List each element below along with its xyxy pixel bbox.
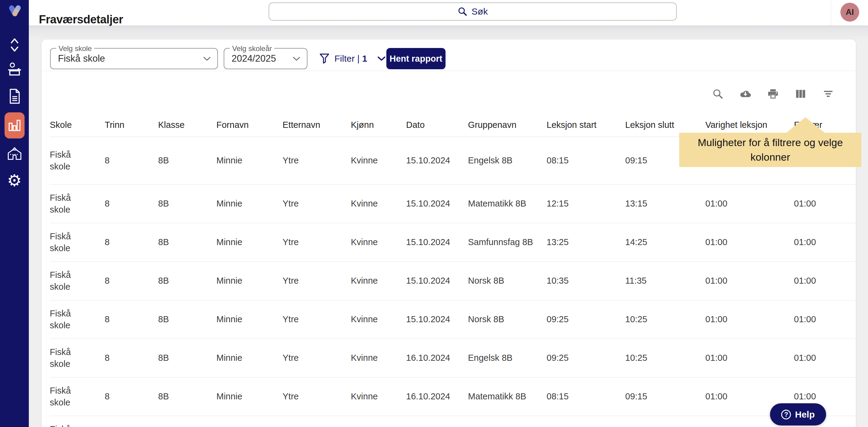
table-row: Fiskå skole88BMinnieYtreKvinne16.10.2024…: [50, 377, 856, 416]
search-input[interactable]: Søk: [269, 2, 677, 21]
sidebar: ⚙: [0, 0, 29, 427]
schoolyear-select-label: Velg skoleår: [230, 44, 274, 53]
search-icon: [458, 7, 467, 17]
filter-count: 1: [362, 53, 367, 63]
table-cell: [547, 416, 625, 427]
table-cell: Minnie: [216, 301, 283, 339]
table-cell: 8: [105, 137, 158, 184]
table-cell: Engelsk 8B: [468, 137, 547, 184]
table-cell: Fiskå skole: [50, 262, 105, 301]
sidebar-item-reports-active[interactable]: [5, 112, 25, 139]
topbar-divider: [831, 0, 831, 26]
table-cell: Fiskå skole: [50, 301, 105, 339]
table-cell: 09:15: [625, 377, 705, 416]
sidebar-item-settings[interactable]: ⚙: [0, 171, 29, 190]
column-header-kjønn[interactable]: Kjønn: [351, 113, 406, 137]
table-cell: [105, 416, 158, 427]
tooltip-arrow: [786, 117, 825, 133]
table-row: Fiskå skole88BMinnieYtreKvinne15.10.2024…: [50, 223, 856, 262]
sidebar-item-school[interactable]: [0, 145, 29, 162]
table-cell: 01:00: [705, 339, 794, 377]
chevron-down-icon: [203, 56, 211, 61]
columns-button[interactable]: [795, 88, 806, 99]
avatar[interactable]: AI: [840, 3, 859, 22]
download-button[interactable]: [740, 88, 751, 99]
get-report-button[interactable]: Hent rapport: [386, 48, 445, 69]
table-cell: 14:25: [625, 223, 705, 262]
table-cell: 8B: [158, 377, 216, 416]
table-cell: Kvinne: [351, 137, 406, 184]
sidebar-item-expand[interactable]: [0, 36, 29, 54]
columns-icon: [795, 88, 806, 99]
column-header-klasse[interactable]: Klasse: [158, 113, 216, 137]
table-cell: 8: [105, 377, 158, 416]
print-icon: [768, 88, 778, 99]
table-cell: 15.10.2024: [406, 137, 468, 184]
funnel-icon: [319, 53, 330, 64]
table-cell: 01:00: [705, 184, 794, 223]
filter-list-icon: [823, 88, 834, 99]
column-header-trinn[interactable]: Trinn: [105, 113, 158, 137]
table-row: Fiskå skole88BMinnieYtreKvinne15.10.2024…: [50, 262, 856, 301]
chevron-down-icon: [377, 56, 386, 61]
table-cell: Fiskå skole: [50, 223, 105, 262]
table-cell: 8: [105, 184, 158, 223]
school-select[interactable]: Velg skole Fiskå skole: [50, 48, 218, 69]
table-cell: Ytre: [283, 262, 351, 301]
column-header-dato[interactable]: Dato: [406, 113, 468, 137]
column-header-skole[interactable]: Skole: [50, 113, 105, 137]
table-cell: 08:15: [547, 137, 625, 184]
table-cell: Kvinne: [351, 184, 406, 223]
table-cell: Kvinne: [351, 262, 406, 301]
app-logo[interactable]: [0, 3, 29, 21]
help-button[interactable]: ? Help: [770, 403, 826, 425]
table-cell: Kvinne: [351, 339, 406, 377]
sidebar-item-teacher[interactable]: [0, 61, 29, 78]
table-cell: Ytre: [283, 339, 351, 377]
table-cell: 16.10.2024: [406, 377, 468, 416]
table-cell: 01:00: [794, 184, 856, 223]
table-cell: [406, 416, 468, 427]
school-icon: [6, 146, 23, 161]
column-header-etternavn[interactable]: Etternavn: [283, 113, 351, 137]
table-cell: [351, 416, 406, 427]
table-cell: Minnie: [216, 262, 283, 301]
table-row: Fiskå skole88BMinnieYtreKvinne15.10.2024…: [50, 301, 856, 339]
table-cell: [625, 416, 705, 427]
column-header-leksjon-start[interactable]: Leksjon start: [547, 113, 625, 137]
table-cell: [158, 416, 216, 427]
document-icon: [8, 88, 21, 104]
column-header-fornavn[interactable]: Fornavn: [216, 113, 283, 137]
column-header-gruppenavn[interactable]: Gruppenavn: [468, 113, 547, 137]
filter-toggle[interactable]: Filter | 1: [319, 48, 386, 69]
table-cell: 12:15: [547, 184, 625, 223]
print-button[interactable]: [768, 88, 778, 99]
table-cell: 15.10.2024: [406, 223, 468, 262]
gear-icon: ⚙: [7, 171, 22, 190]
filter-rows-button[interactable]: [823, 88, 834, 99]
table-cell: Minnie: [216, 223, 283, 262]
table-cell: 01:00: [705, 262, 794, 301]
table-cell: 8B: [158, 184, 216, 223]
table-cell: 01:00: [794, 339, 856, 377]
table-cell: Fiskå skole: [50, 184, 105, 223]
schoolyear-select[interactable]: Velg skoleår 2024/2025: [224, 48, 307, 69]
table-cell: 8: [105, 301, 158, 339]
filter-separator: |: [357, 53, 360, 63]
table-cell: 8B: [158, 137, 216, 184]
table-row: Fiskå skole88BMinnieYtreKvinne15.10.2024…: [50, 184, 856, 223]
help-button-label: Help: [795, 409, 814, 420]
table-cell: 16.10.2024: [406, 339, 468, 377]
table-cell: Matematikk 8B: [468, 184, 547, 223]
table-cell: 8B: [158, 223, 216, 262]
table-cell: Ytre: [283, 301, 351, 339]
table-cell: 8: [105, 262, 158, 301]
table-cell: Kvinne: [351, 223, 406, 262]
sidebar-item-documents[interactable]: [0, 88, 29, 105]
table-cell: Norsk 8B: [468, 301, 547, 339]
table-cell: 10:35: [547, 262, 625, 301]
table-search-button[interactable]: [712, 88, 723, 99]
table-cell: Minnie: [216, 184, 283, 223]
table-cell: Kvinne: [351, 301, 406, 339]
search-icon: [713, 89, 723, 99]
